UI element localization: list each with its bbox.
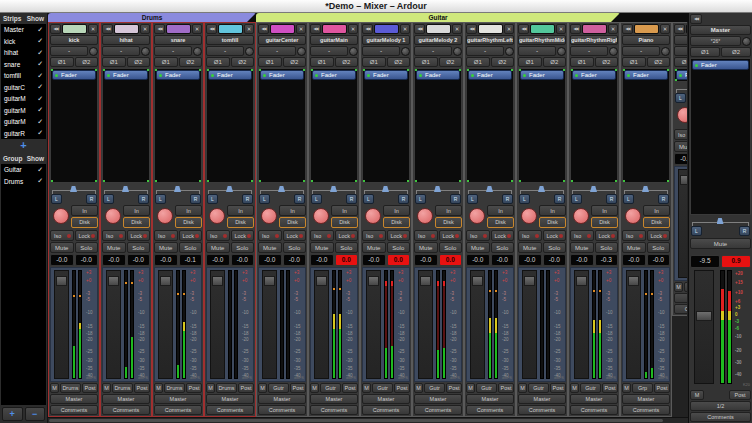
master-gain-display[interactable]: -9.5 [690,255,720,268]
group-button[interactable]: Gutr [476,383,497,393]
pan-left-button[interactable]: L [675,93,686,103]
pan-left-button[interactable]: L [363,194,374,204]
record-arm-button[interactable] [521,208,537,224]
peak-display[interactable]: -0.0 [543,254,567,266]
strips-list-item[interactable]: hihat✓ [1,47,46,59]
monitor-input-button[interactable]: In [175,205,202,216]
phase-invert-1[interactable]: Ø1 [154,57,178,67]
peak-display[interactable]: -0.0 [491,254,515,266]
fader-handle[interactable] [316,276,327,286]
pan-widget[interactable]: LR [622,184,670,204]
monitor-input-button[interactable]: In [435,205,462,216]
record-arm-button[interactable] [469,208,485,224]
monitor-disk-button[interactable]: Disk [539,217,566,228]
phase-invert-2[interactable]: Ø2 [231,57,255,67]
group-tab-drums[interactable]: Drums [48,13,256,22]
strip-close-icon[interactable]: ✕ [192,24,202,34]
solo-button[interactable]: Solo [283,242,307,253]
strip-name-button[interactable]: guitarMelody 2 [414,35,462,45]
strips-list-item[interactable]: guitarC✓ [1,82,46,94]
channel-strip-guitarrhythmright[interactable]: ◀◀✕guitarRhythmRight-Ø1Ø2FaderLRInDiskIs… [568,22,620,417]
fader-handle[interactable] [576,276,587,286]
peak-display[interactable]: -0.0 [127,254,151,266]
strips-list-item[interactable]: tomfill✓ [1,70,46,82]
phase-invert-2[interactable]: Ø2 [75,57,99,67]
strip-close-icon[interactable]: ✕ [348,24,358,34]
master-metering-m-button[interactable]: M [690,390,704,400]
strip-name-button[interactable]: Piano [622,35,670,45]
master-phase-invert-1[interactable]: Ø1 [690,47,720,57]
record-arm-button[interactable] [53,208,69,224]
fader-track[interactable] [574,270,589,379]
metering-point-button[interactable]: Post [654,383,670,393]
fader-handle[interactable] [680,175,687,185]
output-button[interactable]: Master [518,394,566,404]
comments-button[interactable]: Comments [102,405,150,415]
group-button[interactable]: Gutr [372,383,393,393]
fader-handle[interactable] [212,276,223,286]
group-button[interactable]: Drums [216,383,237,393]
gain-display[interactable]: -0.0 [414,254,438,266]
mute-button[interactable]: Mute [50,242,74,253]
monitor-input-button[interactable]: In [487,205,514,216]
pan-right-button[interactable]: R [346,194,357,204]
strip-color-swatch[interactable] [270,24,295,34]
mute-button[interactable]: Mute [518,242,542,253]
group-button[interactable]: Gutr [320,383,341,393]
fader-track[interactable] [314,270,329,379]
fader-handle[interactable] [160,276,171,286]
strip-color-swatch[interactable] [530,24,555,34]
fader-processor[interactable]: Fader [208,70,252,80]
monitor-disk-button[interactable]: Disk [123,217,150,228]
solo-lock-button[interactable]: Lock [127,230,151,241]
master-phase-invert-2[interactable]: Ø2 [721,47,751,57]
trim-knob[interactable] [557,47,566,56]
solo-isolate-button[interactable]: Iso [674,129,687,140]
pan-right-button[interactable]: R [502,194,513,204]
strip-color-swatch[interactable] [686,24,687,34]
trim-knob[interactable] [297,47,306,56]
metering-m-button[interactable]: M [258,383,267,393]
monitor-disk-button[interactable]: Disk [487,217,514,228]
gain-display[interactable]: -0.0 [258,254,282,266]
solo-button[interactable]: Solo [595,242,619,253]
pan-left-button[interactable]: L [519,194,530,204]
master-peak-display[interactable]: 0.9 [721,255,751,268]
gain-display[interactable]: -0.0 [102,254,126,266]
solo-lock-button[interactable]: Lock [647,230,671,241]
pan-right-button[interactable]: R [86,194,97,204]
solo-lock-button[interactable]: Lock [335,230,359,241]
record-arm-button[interactable] [157,208,173,224]
fader-processor[interactable]: Fader [676,70,687,80]
group-visible-checkbox[interactable]: ✓ [37,177,43,185]
fader-handle[interactable] [628,276,639,286]
phase-invert-1[interactable]: Ø1 [258,57,282,67]
strip-input-icon[interactable]: ◀◀ [258,24,269,34]
peak-display[interactable]: -0.0 [75,254,99,266]
solo-isolate-button[interactable]: Iso [154,230,178,241]
strip-input-icon[interactable]: ◀◀ [622,24,633,34]
strip-visible-checkbox[interactable]: ✓ [37,129,43,137]
strips-list-item[interactable]: guitarR✓ [1,128,46,140]
strip-input-icon[interactable]: ◀◀ [310,24,321,34]
fader-processor[interactable]: Fader [364,70,408,80]
trim-knob[interactable] [661,47,670,56]
mute-button[interactable]: Mute [206,242,230,253]
comments-button[interactable]: Comments [518,405,566,415]
output-button[interactable]: Master [570,394,618,404]
fader-track[interactable] [158,270,173,379]
phase-invert-2[interactable]: Ø2 [491,57,515,67]
metering-point-button[interactable]: Post [446,383,462,393]
metering-point-button[interactable]: Post [550,383,566,393]
fader-track[interactable] [262,270,277,379]
master-input-icon[interactable]: ◀◀ [690,14,702,24]
pan-widget[interactable]: LR [570,184,618,204]
phase-invert-1[interactable]: Ø1 [362,57,386,67]
solo-button[interactable]: Solo [647,242,671,253]
output-button[interactable]: Master [50,394,98,404]
record-arm-button[interactable] [417,208,433,224]
peak-display[interactable]: -0.0 [283,254,307,266]
phase-invert-1[interactable]: Ø1 [570,57,594,67]
peak-display[interactable]: 0.0 [335,254,359,266]
solo-isolate-button[interactable]: Iso [570,230,594,241]
